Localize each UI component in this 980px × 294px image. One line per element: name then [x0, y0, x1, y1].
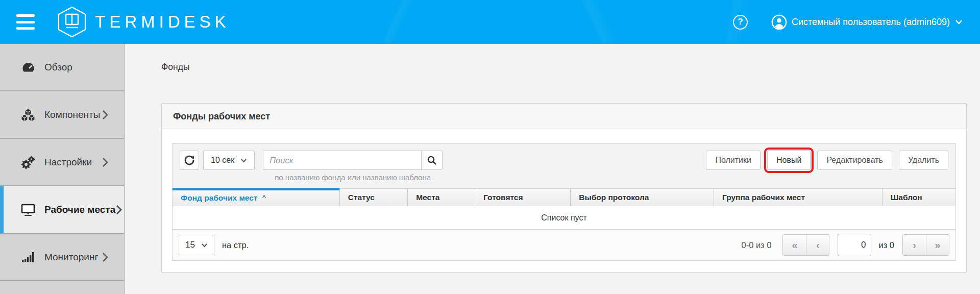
termidesk-app: TERMIDESK ? Системный пользователь (admi… [0, 0, 980, 294]
gauge-icon [20, 60, 36, 75]
table-header-row: Фонд рабочих мест ^ Статус Места Готовят… [173, 188, 955, 206]
search-input[interactable] [263, 151, 421, 170]
column-header-status[interactable]: Статус [339, 188, 407, 206]
pagination-back-group: « ‹ [782, 234, 829, 256]
sidebar-item-label: Рабочие места [44, 204, 115, 215]
delete-button[interactable]: Удалить [899, 151, 948, 170]
policies-button[interactable]: Политики [706, 151, 761, 170]
user-label: Системный пользователь (admin609) [792, 17, 950, 28]
column-header-template[interactable]: Шаблон [882, 188, 955, 206]
page-number-input[interactable] [838, 234, 871, 256]
user-menu[interactable]: Системный пользователь (admin609) [771, 14, 963, 30]
brand-name: TERMIDESK [95, 12, 230, 32]
brand-logo[interactable]: TERMIDESK [57, 6, 230, 38]
search-hint: по названию фонда или названию шаблона [263, 173, 443, 182]
topbar-right: ? Системный пользователь (admin609) [733, 14, 963, 30]
page-of-label: из 0 [878, 240, 894, 250]
pools-table-box: 10 сек [172, 143, 956, 261]
per-page-label: на стр. [222, 240, 249, 250]
table-footer: 15 на стр. 0-0 из 0 « ‹ [173, 229, 955, 260]
page-size-select[interactable]: 15 [179, 235, 214, 255]
table-empty-state: Список пуст [173, 206, 955, 229]
column-header-preparing[interactable]: Готовятся [475, 188, 570, 206]
pools-panel: Фонды рабочих мест [161, 103, 967, 273]
menu-toggle-icon[interactable] [16, 14, 37, 30]
main-area: Обзор Компоненты [0, 44, 980, 294]
sidebar-item-components[interactable]: Компоненты [0, 91, 124, 139]
help-icon[interactable]: ? [733, 15, 748, 30]
sidebar-item-overview[interactable]: Обзор [0, 44, 124, 91]
sidebar-item-monitoring[interactable]: Мониторинг [0, 234, 124, 281]
column-header-pool[interactable]: Фонд рабочих мест ^ [173, 188, 339, 206]
sidebar-item-label: Мониторинг [44, 252, 98, 263]
refresh-interval-select[interactable]: 10 сек [203, 151, 255, 170]
sidebar-item-workplaces[interactable]: Рабочие места [0, 186, 124, 234]
content-area: Фонды Фонды рабочих мест [125, 44, 980, 294]
new-button[interactable]: Новый [767, 151, 811, 170]
sidebar: Обзор Компоненты [0, 44, 125, 294]
double-chevron-right-icon: » [935, 239, 940, 251]
pagination-forward-group: › » [902, 234, 949, 256]
chevron-right-icon [102, 252, 109, 263]
next-page-button[interactable]: › [903, 235, 926, 255]
last-page-button[interactable]: » [926, 235, 949, 255]
chevron-right-icon [115, 204, 122, 215]
refresh-button[interactable] [180, 151, 199, 170]
sidebar-item-settings[interactable]: Настройки [0, 139, 124, 186]
gears-icon [20, 155, 36, 169]
breadcrumb[interactable]: Фонды [125, 44, 980, 75]
avatar-icon [771, 14, 787, 30]
pagination-controls: 0-0 из 0 « ‹ из 0 › » [741, 234, 949, 256]
column-header-protocol[interactable]: Выбор протокола [570, 188, 714, 206]
column-header-group[interactable]: Группа рабочих мест [714, 188, 882, 206]
chevron-down-icon [201, 243, 208, 248]
chevron-right-icon [102, 109, 109, 120]
sidebar-item-label: Компоненты [44, 109, 100, 120]
prev-page-button[interactable]: ‹ [806, 235, 829, 255]
chevron-down-icon [955, 19, 963, 24]
sidebar-item-label: Настройки [44, 157, 92, 168]
panel-title: Фонды рабочих мест [162, 104, 966, 129]
panel-body: 10 сек [162, 129, 966, 272]
monitor-icon [20, 203, 36, 217]
search-icon [426, 155, 437, 166]
double-chevron-left-icon: « [792, 239, 797, 251]
table-toolbar: 10 сек [173, 144, 955, 188]
termidesk-logo-icon [57, 6, 87, 38]
first-page-button[interactable]: « [783, 235, 806, 255]
refresh-icon [183, 154, 195, 166]
cubes-icon [20, 108, 36, 122]
sidebar-item-label: Обзор [44, 62, 72, 73]
chevron-right-icon: › [913, 239, 916, 251]
sort-asc-icon: ^ [262, 193, 266, 201]
action-buttons: Политики Новый Редактировать Удалить [706, 151, 948, 170]
range-label: 0-0 из 0 [741, 240, 771, 250]
search-block: по названию фонда или названию шаблона [263, 151, 443, 182]
chevron-right-icon [102, 157, 109, 168]
chart-bars-icon [20, 250, 36, 264]
chevron-down-icon [240, 158, 247, 163]
column-header-seats[interactable]: Места [407, 188, 475, 206]
search-button[interactable] [421, 151, 443, 170]
chevron-left-icon: ‹ [816, 239, 820, 251]
top-header: TERMIDESK ? Системный пользователь (admi… [0, 0, 980, 44]
edit-button[interactable]: Редактировать [817, 151, 892, 170]
